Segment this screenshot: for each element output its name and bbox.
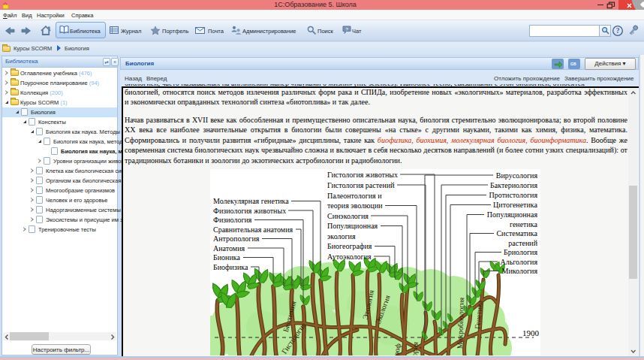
svg-text:Популяционная: Популяционная [327, 222, 378, 230]
svg-text:Альгология: Альгология [500, 258, 537, 266]
svg-text:Биогеография: Биогеография [327, 242, 372, 250]
svg-text:Вирусология: Вирусология [496, 171, 538, 180]
svg-text:экология: экология [327, 232, 356, 241]
svg-text:Сравнительная анатомия: Сравнительная анатомия [213, 225, 293, 234]
svg-text:Синэкология: Синэкология [327, 212, 369, 220]
svg-text:теория эволюции: теория эволюции [327, 201, 383, 210]
svg-text:Физиология животных: Физиология животных [213, 207, 286, 215]
svg-text:Бриология: Бриология [504, 248, 537, 256]
svg-text:Микология: Микология [501, 267, 537, 275]
svg-text:Палеонтология и: Палеонтология и [327, 192, 382, 200]
svg-text:Цитогенетика: Цитогенетика [493, 201, 537, 209]
svg-text:Антропология: Антропология [213, 234, 260, 243]
svg-text:растений: растений [508, 239, 537, 247]
svg-text:генетика: генетика [510, 220, 538, 228]
svg-text:Систематика: Систематика [496, 229, 537, 237]
svg-text:1900: 1900 [522, 328, 540, 337]
svg-text:ория: ория [410, 341, 420, 355]
svg-text:?: ? [616, 27, 620, 35]
svg-text:Молекулярная генетика: Молекулярная генетика [213, 197, 289, 205]
svg-text:Аутоэкология: Аутоэкология [327, 253, 372, 261]
svg-text:Бактериология: Бактериология [490, 181, 537, 189]
svg-text:Гистология растений: Гистология растений [327, 181, 395, 189]
svg-text:Физиология: Физиология [213, 216, 252, 224]
svg-text:Анатомия: Анатомия [213, 244, 245, 253]
svg-text:Протистология: Протистология [489, 191, 538, 199]
svg-text:Популяционная: Популяционная [487, 210, 538, 219]
svg-text:Гистология животных: Гистология животных [327, 171, 398, 179]
svg-text:Бионика: Бионика [213, 253, 241, 262]
svg-text:Биофизика: Биофизика [213, 263, 248, 271]
